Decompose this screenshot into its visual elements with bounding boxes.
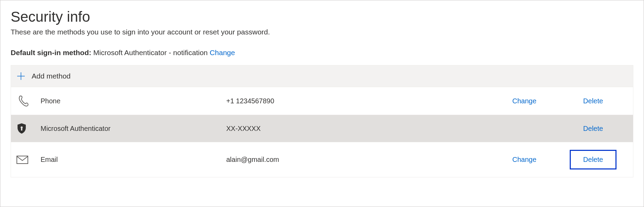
add-method-button[interactable]: Add method (11, 65, 633, 87)
svg-rect-3 (21, 128, 22, 131)
email-icon (17, 156, 41, 164)
svg-rect-4 (17, 156, 28, 164)
method-name: Phone (41, 97, 226, 105)
default-method-label: Default sign-in method: (11, 49, 91, 56)
plus-icon (17, 72, 25, 81)
method-row-email: Email alain@gmail.com Change Delete (11, 142, 633, 177)
method-value: XX-XXXXX (226, 125, 490, 133)
default-method-row: Default sign-in method: Microsoft Authen… (11, 49, 633, 57)
authenticator-icon (17, 123, 41, 134)
delete-phone-link[interactable]: Delete (583, 97, 603, 105)
page-subtitle: These are the methods you use to sign in… (11, 28, 633, 36)
method-name: Email (41, 156, 226, 164)
change-default-method-link[interactable]: Change (210, 49, 235, 56)
change-email-link[interactable]: Change (512, 156, 536, 164)
method-row-phone: Phone +1 1234567890 Change Delete (11, 87, 633, 115)
methods-table: Add method Phone +1 1234567890 Change De… (11, 65, 633, 177)
add-method-label: Add method (32, 72, 70, 80)
method-row-authenticator: Microsoft Authenticator XX-XXXXX Delete (11, 115, 633, 142)
delete-email-link[interactable]: Delete (570, 150, 616, 169)
phone-icon (17, 95, 41, 107)
method-value: alain@gmail.com (226, 156, 490, 164)
default-method-value: Microsoft Authenticator - notification (93, 49, 208, 56)
change-phone-link[interactable]: Change (512, 97, 536, 105)
method-name: Microsoft Authenticator (41, 125, 226, 133)
page-title: Security info (11, 9, 633, 25)
delete-authenticator-link[interactable]: Delete (583, 125, 603, 133)
method-value: +1 1234567890 (226, 97, 490, 105)
